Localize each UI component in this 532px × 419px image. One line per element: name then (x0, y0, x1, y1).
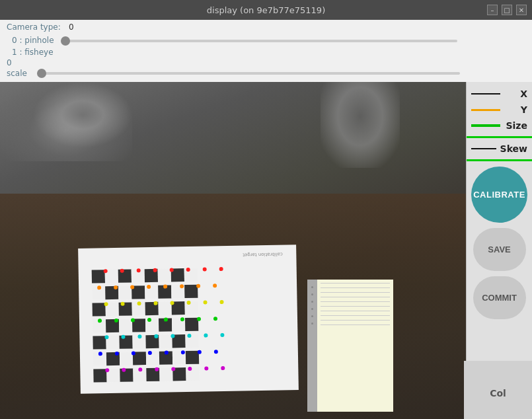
close-button[interactable]: ✕ (516, 5, 527, 15)
green-separator-2 (467, 159, 532, 161)
col-badge: Col (464, 361, 532, 419)
scale-row: 0 scale (0, 58, 532, 82)
save-button[interactable]: SAVE (473, 228, 526, 271)
minimize-button[interactable]: – (487, 5, 498, 15)
maximize-button[interactable]: □ (502, 5, 512, 15)
y-label: Y (504, 104, 527, 115)
x-label: X (504, 89, 527, 99)
camera-option-0[interactable]: 0 : pinhole (12, 34, 54, 46)
window-controls: – □ ✕ (487, 5, 527, 15)
camera-type-slider[interactable] (61, 40, 457, 42)
skew-legend: Skew (471, 143, 527, 154)
green-separator (467, 136, 532, 138)
window-title: display (on 9e7b77e75119) (207, 5, 325, 15)
main-content: calibration target (0, 82, 532, 419)
commit-button[interactable]: COMMIT (473, 276, 526, 319)
y-legend: Y (471, 104, 527, 115)
right-panel: X Y Size Skew CALIBRATE SAVE COMMIT Col (466, 82, 532, 419)
skew-label: Skew (500, 143, 527, 154)
camera-view: calibration target (0, 82, 466, 419)
camera-options: 0 : pinhole 1 : fisheye (5, 32, 532, 58)
scale-slider[interactable] (37, 72, 460, 75)
notebook (307, 280, 393, 412)
scale-label: scale (7, 69, 33, 78)
camera-type-value: 0 (69, 22, 74, 32)
title-bar: display (on 9e7b77e75119) – □ ✕ (0, 0, 532, 20)
x-legend: X (471, 89, 527, 99)
camera-type-label: Camera type: (7, 22, 66, 32)
camera-type-info: 0 : pinhole 1 : fisheye (12, 34, 54, 58)
scale-value-label: 0 (7, 58, 33, 67)
camera-option-1[interactable]: 1 : fisheye (12, 46, 54, 58)
calibrate-button[interactable]: CALIBRATE (471, 167, 527, 223)
size-legend: Size (471, 120, 527, 131)
calibration-paper: calibration target (78, 245, 299, 394)
camera-type-row: Camera type: 0 (0, 20, 532, 32)
controls-section: Camera type: 0 0 : pinhole 1 : fisheye 0… (0, 20, 532, 82)
size-label: Size (504, 120, 527, 131)
